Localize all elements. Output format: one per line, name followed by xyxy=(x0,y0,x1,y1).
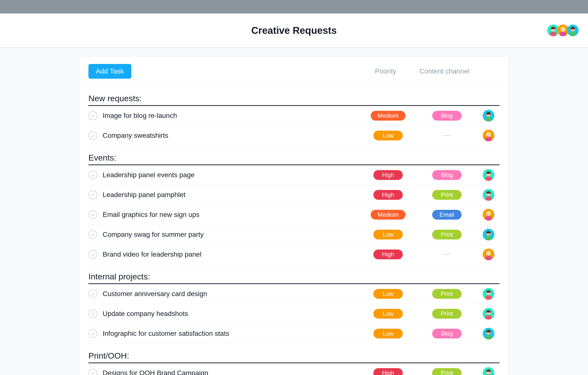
avatar[interactable] xyxy=(483,130,494,141)
priority-cell[interactable]: High xyxy=(360,190,416,200)
avatar[interactable] xyxy=(483,229,494,240)
task-row[interactable]: Email graphics for new sign upsMediumEma… xyxy=(88,205,500,225)
assignee-cell[interactable] xyxy=(478,189,500,201)
complete-checkbox[interactable] xyxy=(88,289,97,298)
section-title[interactable]: Print/OOH: xyxy=(88,351,500,363)
channel-cell[interactable]: Print xyxy=(416,368,478,375)
channel-pill[interactable]: Email xyxy=(432,210,462,220)
priority-pill[interactable]: High xyxy=(373,190,403,200)
complete-checkbox[interactable] xyxy=(88,250,97,259)
priority-cell[interactable]: High xyxy=(360,368,416,375)
priority-cell[interactable]: Low xyxy=(360,289,416,299)
avatar[interactable] xyxy=(483,110,494,122)
task-row[interactable]: Leadership panel pamphletHighPrint xyxy=(88,185,500,205)
task-row[interactable]: Company swag for summer partyLowPrint xyxy=(88,225,500,245)
priority-cell[interactable]: Medium xyxy=(360,210,416,220)
channel-cell[interactable]: Print xyxy=(416,289,478,299)
task-name[interactable]: Update company headshots xyxy=(103,310,360,318)
task-row[interactable]: Infographic for customer satisfaction st… xyxy=(88,324,500,344)
priority-pill[interactable]: Low xyxy=(373,289,403,299)
avatar[interactable] xyxy=(483,169,494,181)
priority-cell[interactable]: High xyxy=(360,170,416,180)
avatar[interactable] xyxy=(483,189,494,201)
task-name[interactable]: Email graphics for new sign ups xyxy=(103,211,360,219)
priority-pill[interactable]: High xyxy=(373,368,403,375)
priority-cell[interactable]: Low xyxy=(360,230,416,239)
section-title[interactable]: Internal projects: xyxy=(88,272,500,284)
task-name[interactable]: Infographic for customer satisfaction st… xyxy=(103,330,360,338)
complete-checkbox[interactable] xyxy=(88,111,97,120)
column-header-channel[interactable]: Content channel xyxy=(414,67,475,75)
task-row[interactable]: Update company headshotsLowPrint xyxy=(88,304,500,324)
channel-pill[interactable]: Print xyxy=(432,190,462,200)
priority-pill[interactable]: High xyxy=(373,250,403,259)
avatar[interactable] xyxy=(483,308,494,320)
channel-pill[interactable]: Print xyxy=(432,368,462,375)
channel-pill[interactable]: Blog xyxy=(432,111,462,121)
channel-cell[interactable]: Print xyxy=(416,230,478,239)
task-name[interactable]: Customer anniversary card design xyxy=(103,290,360,298)
assignee-cell[interactable] xyxy=(478,229,500,240)
priority-cell[interactable]: Low xyxy=(360,309,416,319)
column-header-priority[interactable]: Priority xyxy=(357,67,414,75)
task-name[interactable]: Leadership panel pamphlet xyxy=(103,191,360,199)
channel-cell[interactable]: Print xyxy=(416,309,478,319)
priority-pill[interactable]: Low xyxy=(373,230,403,239)
channel-cell[interactable]: Email xyxy=(416,210,478,220)
channel-cell[interactable]: Blog xyxy=(416,111,478,121)
task-name[interactable]: Designs for OOH Brand Campaign xyxy=(103,369,360,375)
section-title[interactable]: Events: xyxy=(88,153,500,165)
assignee-cell[interactable] xyxy=(478,110,500,122)
complete-checkbox[interactable] xyxy=(88,329,97,338)
assignee-cell[interactable] xyxy=(478,130,500,141)
task-row[interactable]: Brand video for leadership panelHigh xyxy=(88,245,500,264)
complete-checkbox[interactable] xyxy=(88,369,97,375)
avatar[interactable] xyxy=(483,288,494,300)
header-avatars[interactable] xyxy=(549,25,579,36)
channel-cell[interactable]: Blog xyxy=(416,170,478,180)
assignee-cell[interactable] xyxy=(478,328,500,339)
task-name[interactable]: Leadership panel events page xyxy=(103,171,360,179)
assignee-cell[interactable] xyxy=(478,249,500,260)
avatar[interactable] xyxy=(483,328,494,339)
add-task-button[interactable]: Add Task xyxy=(88,64,131,79)
task-row[interactable]: Customer anniversary card designLowPrint xyxy=(88,284,500,304)
task-row[interactable]: Company sweatshirtsLow xyxy=(88,126,500,146)
task-name[interactable]: Company swag for summer party xyxy=(103,231,360,238)
avatar[interactable] xyxy=(483,249,494,260)
assignee-cell[interactable] xyxy=(478,209,500,221)
channel-cell[interactable]: Print xyxy=(416,190,478,200)
priority-pill[interactable]: High xyxy=(373,170,403,180)
priority-cell[interactable]: Medium xyxy=(360,111,416,121)
complete-checkbox[interactable] xyxy=(88,230,97,239)
task-name[interactable]: Company sweatshirts xyxy=(103,132,360,139)
priority-pill[interactable]: Low xyxy=(373,329,403,338)
complete-checkbox[interactable] xyxy=(88,171,97,179)
channel-pill[interactable]: Print xyxy=(432,309,462,319)
assignee-cell[interactable] xyxy=(478,169,500,181)
priority-cell[interactable]: High xyxy=(360,250,416,259)
assignee-cell[interactable] xyxy=(478,288,500,300)
channel-cell[interactable] xyxy=(416,135,478,136)
task-row[interactable]: Image for blog re-launchMediumBlog xyxy=(88,106,500,126)
priority-pill[interactable]: Medium xyxy=(371,111,405,121)
priority-pill[interactable]: Low xyxy=(373,131,403,140)
priority-pill[interactable]: Medium xyxy=(371,210,405,220)
complete-checkbox[interactable] xyxy=(88,309,97,318)
avatar[interactable] xyxy=(483,367,494,375)
section-title[interactable]: New requests: xyxy=(88,94,500,106)
priority-cell[interactable]: Low xyxy=(360,329,416,338)
avatar[interactable] xyxy=(483,209,494,221)
channel-pill[interactable]: Blog xyxy=(432,170,462,180)
channel-pill[interactable]: Print xyxy=(432,230,462,239)
complete-checkbox[interactable] xyxy=(88,131,97,140)
task-name[interactable]: Brand video for leadership panel xyxy=(103,250,360,258)
assignee-cell[interactable] xyxy=(478,367,500,375)
assignee-cell[interactable] xyxy=(478,308,500,320)
complete-checkbox[interactable] xyxy=(88,210,97,219)
channel-pill[interactable]: Blog xyxy=(432,329,462,338)
task-name[interactable]: Image for blog re-launch xyxy=(103,112,360,120)
priority-pill[interactable]: Low xyxy=(373,309,403,319)
priority-cell[interactable]: Low xyxy=(360,131,416,140)
task-row[interactable]: Designs for OOH Brand CampaignHighPrint xyxy=(88,363,500,375)
